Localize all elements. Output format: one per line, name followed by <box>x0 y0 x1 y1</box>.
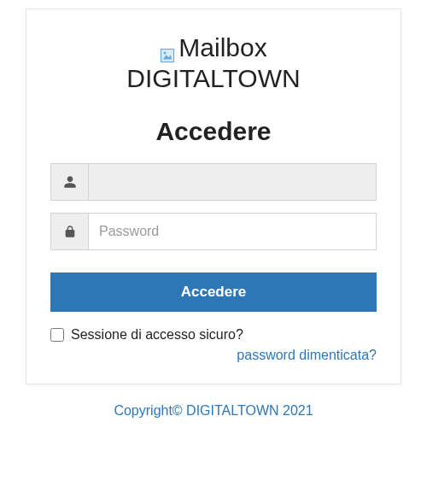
lock-icon <box>50 213 88 250</box>
secure-session-checkbox[interactable] <box>50 328 64 342</box>
secure-session-row[interactable]: Sessione di accesso sicuro? <box>50 327 377 343</box>
user-icon <box>50 163 88 201</box>
brand-line1: Mailbox <box>178 33 266 62</box>
login-title: Accedere <box>155 117 271 146</box>
password-group <box>50 213 377 250</box>
username-input[interactable] <box>88 163 377 201</box>
brand: Mailbox DIGITALTOWN <box>126 33 300 93</box>
login-card: Mailbox DIGITALTOWN Accedere Accedere Se… <box>26 9 401 384</box>
login-button[interactable]: Accedere <box>50 273 377 312</box>
forgot-password-link[interactable]: password dimenticata? <box>237 348 377 362</box>
svg-point-2 <box>164 52 167 55</box>
brand-line2: DIGITALTOWN <box>126 64 300 93</box>
password-input[interactable] <box>88 213 377 250</box>
forgot-row: password dimenticata? <box>50 348 377 363</box>
username-group <box>50 163 377 201</box>
footer-copyright: Copyright© DIGITALTOWN 2021 <box>114 403 313 419</box>
brand-line1-wrap: Mailbox <box>160 33 266 62</box>
svg-rect-0 <box>161 50 174 62</box>
secure-session-label: Sessione di accesso sicuro? <box>71 327 243 343</box>
broken-image-icon <box>160 40 175 56</box>
